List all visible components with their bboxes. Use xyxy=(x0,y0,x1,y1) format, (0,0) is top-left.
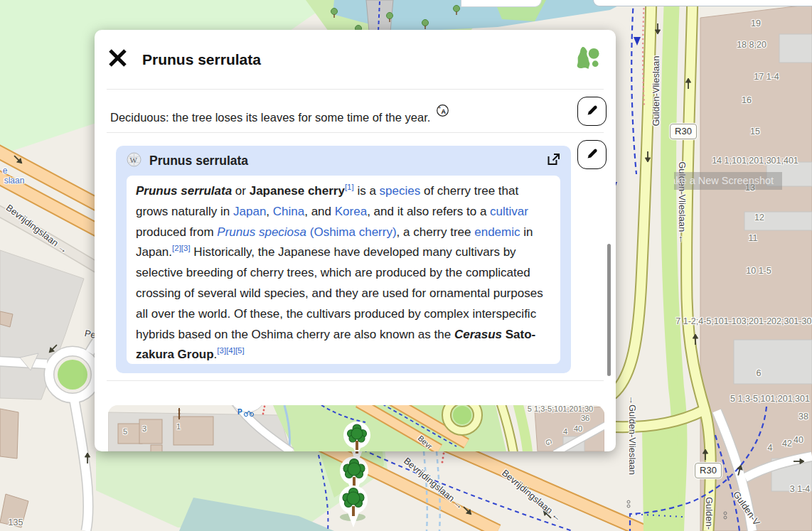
divider xyxy=(107,132,604,133)
edit-wikipedia-button[interactable] xyxy=(577,140,607,169)
minimap[interactable]: P xyxy=(108,405,604,451)
search-bar-edge xyxy=(593,0,812,6)
wiki-text: or xyxy=(232,184,250,198)
wikipedia-panel-header: W Prunus serrulata xyxy=(116,146,571,176)
screenshot-watermark-label: Take a New Screenshot xyxy=(674,175,774,186)
wiki-ref-link[interactable]: [2] xyxy=(172,245,181,253)
svg-text:W: W xyxy=(130,155,138,163)
wikipedia-extract-box: Prunus serrulata or Japanese cherry[1] i… xyxy=(127,176,560,364)
pencil-icon xyxy=(586,147,599,163)
translate-icon[interactable]: * A xyxy=(437,104,449,119)
feature-popup-card: Prunus serrulata Deciduous: the tree los… xyxy=(95,30,616,451)
close-button[interactable] xyxy=(107,49,128,70)
wikipedia-panel: W Prunus serrulata Prunus serrulata or J… xyxy=(116,146,571,373)
wiki-text: , a cherry tree xyxy=(397,225,475,239)
wiki-text: , and xyxy=(304,205,335,218)
wiki-link[interactable]: endemic xyxy=(474,225,520,239)
tree-marker[interactable] xyxy=(338,485,369,531)
wiki-ref-link[interactable]: [3] xyxy=(181,245,191,253)
wiki-ref-link[interactable]: [1] xyxy=(345,183,354,191)
wiki-text: Historically, the Japanese have develope… xyxy=(136,245,543,340)
wiki-text: Japanese cherry xyxy=(250,184,345,198)
top-panel-edge xyxy=(461,0,542,7)
wiki-link[interactable]: species xyxy=(380,184,421,198)
wiki-text: , and it also refers to a xyxy=(367,205,490,218)
app-root: Gulden-VlieslaanGulden-Vlieslaan ←→Gulde… xyxy=(0,0,812,531)
popup-title: Prunus serrulata xyxy=(142,51,577,68)
divider xyxy=(107,380,604,381)
deciduous-label: Deciduous: the tree loses its leaves for… xyxy=(110,111,430,124)
close-icon xyxy=(108,48,127,70)
minimap-canvas: P xyxy=(108,405,604,451)
wiki-text: Prunus serrulata xyxy=(136,184,232,198)
wiki-link[interactable]: cultivar xyxy=(490,205,528,218)
svg-text:P: P xyxy=(237,408,242,416)
wiki-link[interactable]: Korea xyxy=(335,205,367,218)
svg-text:A: A xyxy=(441,108,446,115)
wikipedia-paragraph: Prunus serrulata or Japanese cherry[1] i… xyxy=(136,181,551,364)
wiki-ref-link[interactable]: [4] xyxy=(226,347,235,355)
divider xyxy=(107,89,604,90)
popup-scrollbar[interactable] xyxy=(607,244,611,376)
theme-logo-button[interactable] xyxy=(577,45,603,73)
popup-header: Prunus serrulata xyxy=(95,30,616,89)
wikipedia-icon: W xyxy=(127,152,141,170)
wiki-ref-link[interactable]: [3] xyxy=(217,347,226,355)
wiki-link[interactable]: Prunus speciosa xyxy=(217,225,306,239)
wiki-text: is a xyxy=(354,184,380,198)
wiki-text: produced from xyxy=(136,225,217,239)
mapcomplete-trees-logo-icon xyxy=(577,60,603,73)
wiki-text: Cerasus xyxy=(454,328,502,341)
edit-deciduous-button[interactable] xyxy=(577,97,607,126)
wiki-text: , xyxy=(266,205,272,218)
wiki-link[interactable]: Japan xyxy=(233,205,266,218)
wikipedia-article-title: Prunus serrulata xyxy=(149,154,546,168)
pencil-icon xyxy=(586,104,599,119)
wiki-link[interactable]: (Oshima cherry) xyxy=(306,225,397,239)
deciduous-attribute-text: Deciduous: the tree loses its leaves for… xyxy=(110,104,449,124)
screenshot-watermark-button[interactable]: Take a New Screenshot xyxy=(674,172,782,190)
wiki-link[interactable]: China xyxy=(273,205,304,218)
external-link-icon[interactable] xyxy=(546,152,561,170)
wiki-ref-link[interactable]: [5] xyxy=(235,347,245,355)
